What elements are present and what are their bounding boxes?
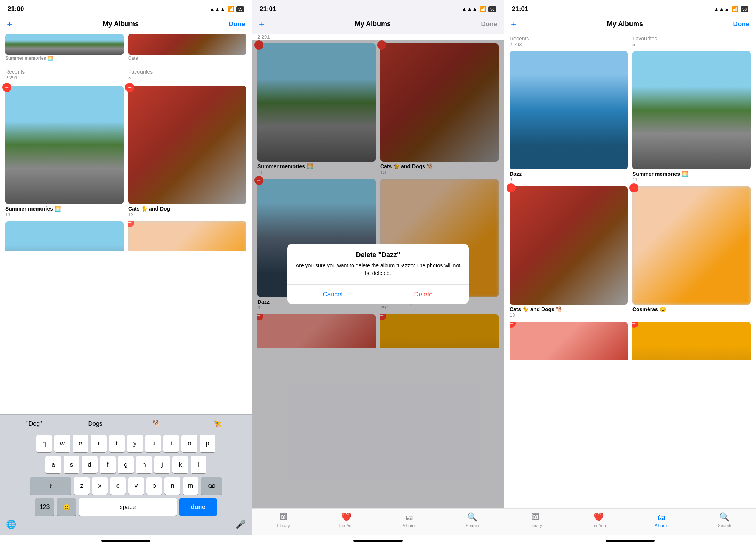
tab-library-right[interactable]: 🖼 Library <box>524 512 547 528</box>
minus-summer-left[interactable]: − <box>2 83 11 92</box>
key-g[interactable]: g <box>118 456 134 473</box>
nav-title-middle: My Albums <box>355 20 391 28</box>
tab-foryou-middle[interactable]: ❤️ For You <box>335 512 358 528</box>
key-u[interactable]: u <box>145 435 161 452</box>
album-summer-count-right: 11 <box>632 177 751 183</box>
key-x[interactable]: x <box>92 477 108 495</box>
key-o[interactable]: o <box>181 435 197 452</box>
album-cats-right[interactable]: − Cats 🐈 and Dogs 🐕 13 <box>510 186 628 318</box>
top-album-cats-name: Cats <box>128 56 246 61</box>
add-button-left[interactable]: + <box>7 18 12 30</box>
nav-title-right: My Albums <box>607 20 643 28</box>
key-j[interactable]: j <box>154 456 170 473</box>
key-backspace[interactable]: ⌫ <box>201 477 222 495</box>
autocomplete-dog-emoji[interactable]: 🐕 <box>126 418 187 430</box>
key-r[interactable]: r <box>91 435 107 452</box>
done-button-right[interactable]: Done <box>733 20 750 28</box>
foryou-icon-middle: ❤️ <box>341 512 352 522</box>
album-dazz-count-right: 3 <box>510 177 628 183</box>
album-blur-left[interactable]: − <box>128 221 246 251</box>
key-done[interactable]: done <box>179 498 217 516</box>
library-icon-right: 🖼 <box>531 512 540 522</box>
autocomplete-dogs[interactable]: Dogs <box>65 418 126 430</box>
key-c[interactable]: c <box>110 477 126 495</box>
modal-buttons: Cancel Delete <box>287 285 469 304</box>
done-button-middle[interactable]: Done <box>481 20 497 28</box>
favourites-label: Favourites <box>128 69 246 75</box>
recents-label-right: Recents <box>510 36 628 42</box>
add-button-middle[interactable]: + <box>259 18 265 30</box>
signal-icon-left: ▲▲▲ <box>209 6 225 12</box>
foryou-label-middle: For You <box>339 523 354 528</box>
key-d[interactable]: d <box>82 456 98 473</box>
foryou-label-right: For You <box>592 523 606 528</box>
key-e[interactable]: e <box>73 435 88 452</box>
mic-icon[interactable]: 🎤 <box>235 520 246 529</box>
album-cosmeras-right[interactable]: − Cosméras 😊 <box>632 186 751 318</box>
minus-cosmeras-right[interactable]: − <box>629 183 638 192</box>
album-cats-name-right: Cats 🐈 and Dogs 🐕 <box>510 306 628 312</box>
favourites-count-right: 5 <box>632 42 751 47</box>
key-t[interactable]: t <box>109 435 125 452</box>
album-girl-right[interactable]: − <box>510 322 628 360</box>
battery-right: 53 <box>741 6 748 12</box>
recents-count: 2 291 <box>5 75 124 81</box>
album-girl-thumb-right <box>510 322 628 360</box>
modal-overlay: Delete "Dazz" Are you sure you want to d… <box>252 40 504 508</box>
minus-cats-left[interactable]: − <box>125 83 134 92</box>
wifi-icon-left: 📶 <box>228 6 234 12</box>
home-bar-right <box>606 540 655 542</box>
albums-area-left: − Summer memories 🌅 11 − Cats 🐈 and Dog … <box>0 82 252 414</box>
minus-cats-right[interactable]: − <box>507 183 516 192</box>
library-label-right: Library <box>529 523 542 528</box>
album-cosmeras-thumb-right <box>632 186 751 305</box>
key-n[interactable]: n <box>164 477 180 495</box>
key-y[interactable]: y <box>127 435 143 452</box>
add-button-right[interactable]: + <box>511 18 517 30</box>
key-p[interactable]: p <box>200 435 215 452</box>
key-f[interactable]: f <box>100 456 116 473</box>
globe-icon[interactable]: 🌐 <box>6 520 16 529</box>
album-mountain-left[interactable] <box>5 221 124 251</box>
cancel-button[interactable]: Cancel <box>287 285 378 304</box>
search-icon-middle: 🔍 <box>467 512 477 522</box>
album-summer-name-left: Summer memories 🌅 <box>5 206 124 212</box>
signal-icon-right: ▲▲▲ <box>714 6 730 12</box>
album-summer-right[interactable]: Summer memories 🌅 11 <box>632 51 751 183</box>
autocomplete-dog-quoted[interactable]: "Dog" <box>4 418 65 430</box>
key-emoji[interactable]: 🙂 <box>57 498 76 516</box>
key-b[interactable]: b <box>146 477 162 495</box>
delete-button[interactable]: Delete <box>378 285 469 304</box>
tab-search-middle[interactable]: 🔍 Search <box>461 512 484 528</box>
done-button-left[interactable]: Done <box>229 20 245 28</box>
key-a[interactable]: a <box>45 456 61 473</box>
album-cats-left[interactable]: − Cats 🐈 and Dog 13 <box>128 86 246 217</box>
tab-foryou-right[interactable]: ❤️ For You <box>587 512 610 528</box>
key-shift[interactable]: ⇧ <box>30 477 71 495</box>
tab-albums-middle[interactable]: 🗂 Albums <box>398 512 421 528</box>
tab-albums-right[interactable]: 🗂 Albums <box>650 512 673 528</box>
album-dazz-name-right: Dazz <box>510 171 628 177</box>
nav-title-left: My Albums <box>103 20 139 28</box>
delete-modal: Delete "Dazz" Are you sure you want to d… <box>287 244 469 304</box>
album-cat2-right[interactable]: − <box>632 322 751 360</box>
key-s[interactable]: s <box>64 456 79 473</box>
key-z[interactable]: z <box>74 477 90 495</box>
album-summer-left[interactable]: − Summer memories 🌅 11 <box>5 86 124 217</box>
key-l[interactable]: l <box>191 456 206 473</box>
key-v[interactable]: v <box>128 477 144 495</box>
album-dazz-right[interactable]: Dazz 3 <box>510 51 628 183</box>
key-numbers[interactable]: 123 <box>35 498 54 516</box>
autocomplete-guide-dog-emoji[interactable]: 🦮 <box>187 418 248 430</box>
tab-library-middle[interactable]: 🖼 Library <box>272 512 295 528</box>
key-row-1: q w e r t y u i o p <box>2 435 250 452</box>
key-w[interactable]: w <box>54 435 70 452</box>
key-q[interactable]: q <box>36 435 52 452</box>
key-m[interactable]: m <box>183 477 198 495</box>
key-k[interactable]: k <box>172 456 188 473</box>
key-space[interactable]: space <box>79 498 177 516</box>
tab-search-right[interactable]: 🔍 Search <box>713 512 736 528</box>
albums-grid-left: − Summer memories 🌅 11 − Cats 🐈 and Dog … <box>0 82 252 255</box>
key-h[interactable]: h <box>136 456 152 473</box>
key-i[interactable]: i <box>163 435 179 452</box>
